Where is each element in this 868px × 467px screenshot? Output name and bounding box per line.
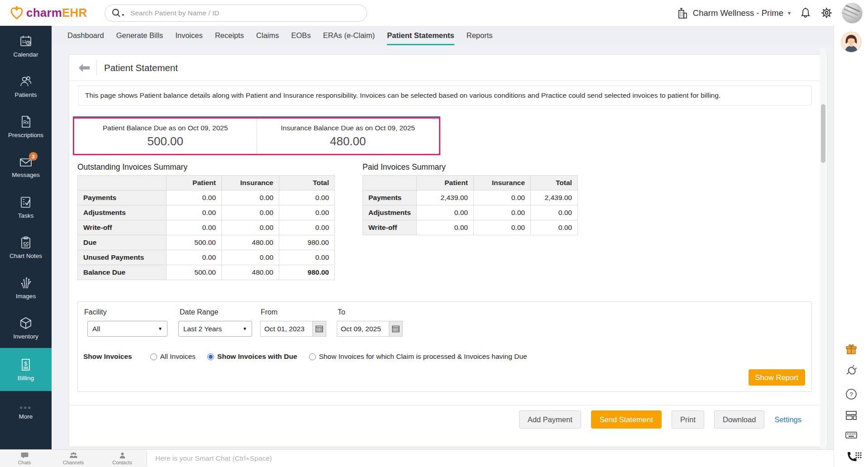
sidebar-item-more[interactable]: ○○○ More xyxy=(0,398,52,426)
inventory-cube-icon xyxy=(19,316,33,330)
cell-value: 0.00 xyxy=(473,220,530,235)
settings-gear-icon[interactable] xyxy=(820,7,833,19)
sidebar-item-label: Billing xyxy=(18,375,34,381)
practice-name[interactable]: Charm Wellness - Prime xyxy=(693,8,783,18)
radio-show-invoices-with-due-input[interactable] xyxy=(207,353,214,360)
outstanding-summary-title: Outstanding Invoices Summary xyxy=(77,162,187,172)
practice-caret-icon[interactable]: ▾ xyxy=(788,10,791,16)
cell-value: 480.00 xyxy=(222,265,279,280)
radio-label: All Invoices xyxy=(160,353,196,361)
cell-value: 0.00 xyxy=(167,205,222,220)
from-calendar-icon[interactable] xyxy=(313,321,326,337)
sidebar-item-inventory[interactable]: Inventory xyxy=(0,308,52,348)
scrollbar-thumb[interactable] xyxy=(821,104,825,163)
tab-dashboard[interactable]: Dashboard xyxy=(67,26,104,45)
sidebar-item-prescriptions[interactable]: Rx Prescriptions xyxy=(0,106,52,147)
sidebar-item-chart-notes[interactable]: CC Chart Notes xyxy=(0,227,52,267)
add-payment-button[interactable]: Add Payment xyxy=(519,410,581,429)
send-statement-button[interactable]: Send Statement xyxy=(591,410,662,429)
channels-label: Channels xyxy=(63,460,84,465)
sidebar-item-patients[interactable]: Patients xyxy=(0,66,52,106)
assistant-avatar[interactable] xyxy=(841,32,862,52)
cell-value: 0.00 xyxy=(222,191,279,205)
radio-all-invoices-input[interactable] xyxy=(150,353,157,360)
radio-show-invoices-with-due[interactable]: Show Invoices with Due xyxy=(207,353,297,361)
radio-all-invoices[interactable]: All Invoices xyxy=(150,353,196,361)
show-report-button[interactable]: Show Report xyxy=(749,369,805,386)
to-date-input[interactable] xyxy=(337,321,389,337)
patient-search-box[interactable]: ▾ xyxy=(105,5,367,22)
tab-invoices[interactable]: Invoices xyxy=(175,26,203,45)
cell-value: 0.00 xyxy=(167,191,222,205)
smart-chat-input-area[interactable] xyxy=(147,450,834,467)
table-row: Due 500.00 480.00 980.00 xyxy=(78,235,335,250)
tab-claims[interactable]: Claims xyxy=(256,26,279,45)
date-range-select[interactable]: Last 2 Years ▼ xyxy=(178,321,252,337)
row-label: Adjustments xyxy=(78,205,167,220)
notifications-bell-icon[interactable] xyxy=(800,7,811,19)
top-bar: charmEHR ▾ xyxy=(0,0,868,26)
to-label: To xyxy=(338,308,345,316)
from-date-input[interactable] xyxy=(260,321,313,337)
chevron-down-icon: ▼ xyxy=(243,326,247,331)
vertical-scrollbar[interactable] xyxy=(820,48,826,449)
cell-value: 0.00 xyxy=(416,220,473,235)
channels-tab[interactable]: Channels xyxy=(49,450,98,467)
search-type-caret-icon[interactable]: ▾ xyxy=(122,13,124,17)
tab-patient-statements[interactable]: Patient Statements xyxy=(387,26,454,45)
actions-divider xyxy=(69,405,827,405)
tab-receipts[interactable]: Receipts xyxy=(215,26,244,45)
col-total: Total xyxy=(530,176,577,191)
channels-group-icon xyxy=(69,452,78,459)
sidebar-item-calendar[interactable]: 12 Calendar xyxy=(0,26,52,66)
row-label: Unused Payments xyxy=(78,250,167,265)
cell-value: 0.00 xyxy=(473,205,530,220)
facility-select[interactable]: All ▼ xyxy=(87,321,167,337)
search-icon[interactable] xyxy=(111,8,121,18)
date-range-label: Date Range xyxy=(180,308,218,316)
tab-reports[interactable]: Reports xyxy=(467,26,493,45)
paid-summary-title: Paid Invoices Summary xyxy=(362,162,446,172)
radio-claim-processed-due-input[interactable] xyxy=(309,353,316,360)
practice-selector[interactable]: Charm Wellness - Prime ▾ xyxy=(677,7,791,19)
print-button[interactable]: Print xyxy=(672,410,704,429)
user-avatar[interactable] xyxy=(842,3,863,24)
sidebar-item-label: Tasks xyxy=(18,212,34,219)
smart-chat-input[interactable] xyxy=(155,454,427,462)
search-input[interactable] xyxy=(130,9,360,17)
tab-eobs[interactable]: EOBs xyxy=(291,26,311,45)
settings-link[interactable]: Settings xyxy=(774,415,801,424)
table-row: Adjustments 0.00 0.00 0.00 xyxy=(363,205,578,220)
back-arrow-icon[interactable] xyxy=(77,61,91,75)
cell-value: 0.00 xyxy=(222,220,279,235)
integrations-plug-icon[interactable] xyxy=(845,363,858,376)
gift-rewards-icon[interactable] xyxy=(845,343,858,356)
tab-generate-bills[interactable]: Generate Bills xyxy=(116,26,163,45)
layout-panels-icon[interactable] xyxy=(845,409,858,421)
chevron-down-icon: ▼ xyxy=(158,326,162,331)
tab-eras[interactable]: ERAs (e-Claim) xyxy=(323,26,375,45)
patient-balance-label: Patient Balance Due as on Oct 09, 2025 xyxy=(103,124,228,132)
sidebar-item-billing[interactable]: $ Billing xyxy=(0,348,52,391)
phone-dialer-icon[interactable] xyxy=(845,450,862,466)
cell-value: 2,439.00 xyxy=(416,191,473,205)
radio-claim-processed-due[interactable]: Show Invoices for which Claim is process… xyxy=(309,353,527,361)
download-button[interactable]: Download xyxy=(714,410,764,429)
chats-tab[interactable]: Chats xyxy=(0,450,49,467)
contacts-label: Contacts xyxy=(112,460,132,465)
contacts-tab[interactable]: Contacts xyxy=(98,450,147,467)
sidebar-item-tasks[interactable]: Tasks xyxy=(0,187,52,227)
sidebar-item-label: Messages xyxy=(12,172,40,178)
table-row: Adjustments 0.00 0.00 0.00 xyxy=(78,205,335,220)
radio-label: Show Invoices with Due xyxy=(217,353,297,361)
help-icon[interactable]: ? xyxy=(845,388,858,400)
to-calendar-icon[interactable] xyxy=(389,321,403,337)
billing-statement-icon: $ xyxy=(19,358,33,372)
keyboard-icon[interactable] xyxy=(845,429,858,441)
patient-balance-value: 500.00 xyxy=(147,134,183,148)
sidebar-item-images[interactable]: Images xyxy=(0,267,52,308)
cell-value: 980.00 xyxy=(279,265,335,280)
row-label: Write-off xyxy=(363,220,417,235)
heart-logo-icon xyxy=(10,6,24,20)
sidebar-item-messages[interactable]: 3 Messages xyxy=(0,147,52,187)
